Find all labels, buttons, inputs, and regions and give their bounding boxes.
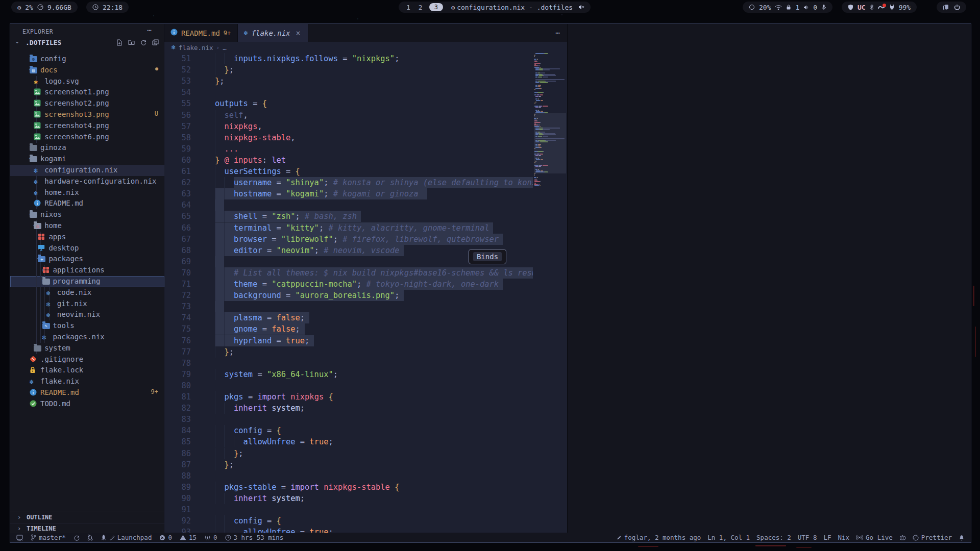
- breadcrumb-item[interactable]: flake.nix: [179, 44, 213, 52]
- file-icon: [42, 266, 51, 274]
- tree-item-screenshot1.png[interactable]: screenshot1.png: [10, 87, 164, 98]
- workspace[interactable]: 1: [405, 4, 412, 11]
- mic-icon: [821, 4, 826, 10]
- editor-actions-more[interactable]: ⋯: [556, 29, 560, 37]
- time-tracker[interactable]: 3 hrs 53 mins: [225, 534, 284, 541]
- radio-icon: [204, 535, 211, 541]
- tab-close-icon[interactable]: ×: [296, 29, 301, 38]
- tree-item-desktop[interactable]: ›desktop: [10, 243, 164, 254]
- volume-value: 0: [813, 4, 817, 11]
- git-sync[interactable]: [74, 535, 80, 541]
- tree-item-screenshot4.png[interactable]: screenshot4.png: [10, 120, 164, 132]
- explorer-root[interactable]: › .DOTFILES: [10, 37, 164, 48]
- power-icon[interactable]: [954, 4, 960, 10]
- git-branch[interactable]: master*: [31, 534, 66, 541]
- tree-item-applications[interactable]: ›applications: [10, 265, 164, 276]
- minimap[interactable]: [534, 53, 566, 187]
- tree-item-git.nix[interactable]: ❄git.nix: [10, 298, 164, 310]
- go-live[interactable]: Go Live: [856, 534, 893, 541]
- newfile-icon[interactable]: [116, 39, 122, 47]
- cursor-position[interactable]: Ln 1, Col 1: [707, 534, 750, 541]
- code-editor[interactable]: 51 inputs.nixpkgs.follows = "nixpkgs";52…: [164, 53, 567, 533]
- workspace-title-pill: 123⚙configuration.nix - .dotfiles: [399, 2, 591, 13]
- item-label: code.nix: [57, 288, 91, 296]
- newfolder-icon[interactable]: [128, 39, 135, 47]
- tree-item-flake.lock[interactable]: flake.lock: [10, 365, 164, 376]
- tree-item-tools[interactable]: ›✎tools: [10, 320, 164, 332]
- encoding[interactable]: UTF-8: [798, 534, 817, 541]
- tab-bar: README.md9+❄flake.nix×⋯: [164, 24, 567, 42]
- item-label: packages.nix: [53, 333, 105, 341]
- system-bar: ⚙2%9.66GB22:18123⚙configuration.nix - .d…: [0, 0, 980, 16]
- tree-item-logo.svg[interactable]: ✱logo.svg: [10, 76, 164, 87]
- copilot[interactable]: [899, 535, 906, 540]
- prettier[interactable]: Prettier: [913, 534, 952, 541]
- breadcrumbs[interactable]: ❄flake.nix›…: [164, 42, 567, 53]
- tree-item-neovim.nix[interactable]: ❄neovim.nix: [10, 309, 164, 320]
- tab-README.md[interactable]: README.md9+: [164, 24, 238, 42]
- file-icon: [30, 366, 38, 374]
- tree-item-hardware-configuration.nix[interactable]: ❄hardware-configuration.nix: [10, 176, 164, 187]
- ports[interactable]: 0: [204, 534, 217, 541]
- file-icon: [30, 155, 38, 163]
- tree-item-config[interactable]: ›⚙config: [10, 54, 164, 65]
- refresh-icon[interactable]: [140, 39, 146, 47]
- warnings[interactable]: 15: [180, 534, 197, 541]
- tree-item-screenshot2.png[interactable]: screenshot2.png: [10, 98, 164, 109]
- indentation[interactable]: Spaces: 2: [756, 534, 791, 541]
- workspace-active[interactable]: 3: [429, 3, 443, 11]
- tree-item-system[interactable]: ›system: [10, 343, 164, 354]
- tree-item-README.md[interactable]: README.md9+: [10, 387, 164, 398]
- pull-request[interactable]: [87, 534, 93, 541]
- tree-item-code.nix[interactable]: ❄code.nix: [10, 287, 164, 298]
- binds-popup[interactable]: Binds: [469, 249, 506, 264]
- tree-item-home.nix[interactable]: ❄home.nix: [10, 187, 164, 198]
- item-label: flake.lock: [40, 366, 83, 374]
- breadcrumb-item[interactable]: …: [223, 44, 227, 52]
- tree-item-screenshot3.png[interactable]: screenshot3.pngU: [10, 109, 164, 120]
- file-icon: [42, 278, 51, 286]
- file-icon: [34, 344, 42, 353]
- tree-item-programming[interactable]: ›programming: [10, 276, 164, 287]
- tree-item-README.md[interactable]: README.md: [10, 198, 164, 209]
- explorer-more-icon[interactable]: ⋯: [148, 26, 152, 34]
- tree-item-.gitignore[interactable]: .gitignore: [10, 354, 164, 365]
- tree-item-flake.nix[interactable]: ❄flake.nix: [10, 376, 164, 387]
- file-icon: ✱: [34, 78, 42, 86]
- tree-item-home[interactable]: ›⌂home: [10, 220, 164, 232]
- tree-item-screenshot6.png[interactable]: screenshot6.png: [10, 132, 164, 143]
- remote-icon: [16, 535, 23, 541]
- launchpad[interactable]: Launchpad: [101, 534, 152, 541]
- editor-group-divider[interactable]: [567, 24, 568, 534]
- system-stats-pill: ⚙2%9.66GB: [11, 2, 78, 13]
- panel-outline[interactable]: ›OUTLINE: [10, 512, 164, 523]
- tree-item-configuration.nix[interactable]: ❄configuration.nix: [10, 165, 164, 176]
- file-icon: [30, 211, 38, 219]
- tree-item-packages[interactable]: ›+packages: [10, 254, 164, 265]
- tree-item-TODO.md[interactable]: TODO.md: [10, 398, 164, 410]
- language-mode[interactable]: Nix: [838, 534, 850, 541]
- item-label: README.md: [44, 199, 83, 207]
- item-label: screenshot2.png: [44, 99, 109, 107]
- tab-flake.nix[interactable]: ❄flake.nix×: [238, 24, 308, 42]
- item-label: tools: [53, 321, 75, 330]
- slash-icon: [913, 535, 919, 541]
- mouse-icon: [878, 5, 885, 10]
- tree-item-apps[interactable]: ›apps: [10, 232, 164, 243]
- item-label: apps: [48, 233, 66, 241]
- collapse-icon[interactable]: [152, 39, 159, 47]
- git-blame[interactable]: foglar, 2 months ago: [617, 534, 701, 541]
- notifications[interactable]: [959, 535, 965, 541]
- clipboard-icon[interactable]: [943, 4, 949, 11]
- workspace[interactable]: 2: [417, 4, 424, 11]
- bell-icon: [959, 535, 965, 541]
- explorer-sidebar: EXPLORER ⋯ › .DOTFILES ›⚙config›▤docs●✱l…: [10, 24, 164, 534]
- errors[interactable]: 0: [159, 534, 172, 541]
- tree-item-ginoza[interactable]: ›ginoza: [10, 142, 164, 154]
- tree-item-nixos[interactable]: ›nixos: [10, 209, 164, 220]
- eol[interactable]: LF: [823, 534, 831, 541]
- tree-item-kogami[interactable]: ›kogami: [10, 154, 164, 165]
- tree-item-packages.nix[interactable]: ❄packages.nix: [10, 332, 164, 343]
- remote-indicator[interactable]: [16, 535, 23, 541]
- tree-item-docs[interactable]: ›▤docs●: [10, 65, 164, 76]
